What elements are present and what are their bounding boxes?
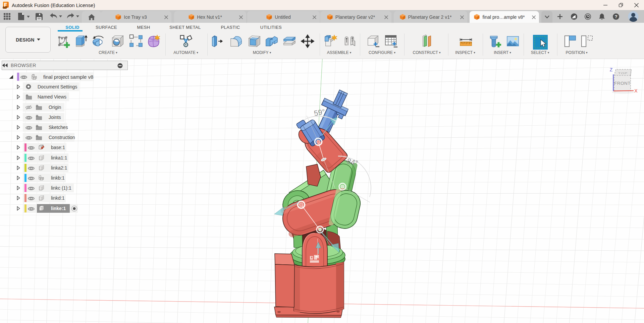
tab-close-button[interactable] — [164, 15, 169, 19]
model-wrist-bracket[interactable] — [306, 164, 321, 186]
document-tab-3[interactable]: Untitled — [247, 11, 320, 23]
notifications-button[interactable] — [598, 10, 606, 23]
tab-close-icon[interactable] — [460, 15, 464, 19]
canvas-button[interactable] — [505, 34, 520, 49]
fillet-button[interactable] — [229, 34, 244, 49]
ribbon-tab-sheet-metal[interactable]: SHEET METAL — [169, 25, 201, 30]
extrude-button[interactable] — [74, 34, 89, 49]
revert-position-button[interactable] — [580, 34, 594, 49]
create-form-button[interactable] — [146, 34, 161, 49]
collapsed-arrow-icon[interactable] — [17, 166, 20, 170]
collapsed-arrow-icon[interactable] — [17, 105, 20, 110]
measure-button[interactable] — [459, 34, 473, 49]
help-button[interactable]: ? — [612, 10, 620, 23]
close-window-button[interactable] — [629, 0, 644, 10]
press-pull-button[interactable] — [210, 34, 225, 49]
ribbon-tab-surface[interactable]: SURFACE — [96, 25, 117, 30]
pattern-button[interactable] — [129, 34, 144, 49]
ribbon-group-label-automate[interactable]: AUTOMATE ▾ — [173, 50, 198, 55]
ribbon-group-label-position[interactable]: POSITION ▾ — [566, 50, 587, 55]
ribbon-group-label-select[interactable]: SELECT ▾ — [531, 50, 549, 55]
ribbon-group-label-insert[interactable]: INSERT ▾ — [494, 50, 511, 55]
browser-row-sketches[interactable]: Sketches — [0, 123, 134, 132]
automate-button[interactable] — [178, 34, 193, 49]
select-button[interactable] — [532, 34, 549, 51]
configuration-table-button[interactable] — [384, 34, 398, 49]
user-avatar[interactable] — [628, 10, 639, 23]
radio-selected-icon[interactable] — [71, 205, 77, 213]
ribbon-tab-mesh[interactable]: MESH — [137, 25, 150, 30]
ribbon-group-label-construct[interactable]: CONSTRUCT ▾ — [413, 50, 441, 55]
browser-row-linkb-1[interactable]: linkb:1 — [0, 173, 134, 183]
browser-row-document-settings[interactable]: Document Settings — [0, 82, 134, 91]
tab-close-button[interactable] — [312, 15, 317, 19]
ribbon-tab-plastic[interactable]: PLASTIC — [221, 25, 240, 30]
eye-icon[interactable] — [25, 135, 32, 141]
view-cube[interactable]: TOP FRONT Z X — [600, 66, 644, 106]
eye-off-icon[interactable] — [25, 105, 32, 111]
tab-close-button[interactable] — [460, 15, 465, 19]
document-tab-4[interactable]: Planetary Gear v2* — [320, 11, 391, 23]
joint-button[interactable] — [342, 34, 357, 49]
shell-button[interactable] — [247, 34, 262, 49]
restore-button[interactable] — [613, 0, 629, 10]
browser-row-origin[interactable]: Origin — [0, 103, 134, 112]
eye-icon[interactable] — [28, 196, 35, 202]
configuration-button[interactable] — [366, 34, 380, 49]
new-tab-button[interactable] — [554, 10, 566, 23]
collapsed-arrow-icon[interactable] — [17, 196, 20, 200]
collapsed-arrow-icon[interactable] — [17, 176, 20, 180]
browser-row-base-1[interactable]: base:1 — [0, 143, 134, 152]
collapsed-arrow-icon[interactable] — [17, 145, 20, 150]
collapsed-arrow-icon[interactable] — [17, 84, 20, 89]
create-sketch-button[interactable] — [56, 34, 71, 49]
redo-button[interactable] — [66, 10, 80, 23]
browser-header[interactable]: BROWSER — [2, 61, 128, 70]
eye-icon[interactable] — [28, 156, 35, 162]
tab-close-icon[interactable] — [164, 15, 168, 19]
eye-icon[interactable] — [28, 145, 35, 151]
ribbon-group-label-assemble[interactable]: ASSEMBLE ▾ — [327, 50, 352, 55]
browser-row-joints[interactable]: Joints — [0, 113, 134, 122]
minimize-button[interactable] — [598, 0, 613, 10]
construct-plane-button[interactable] — [419, 34, 434, 49]
document-tab-6[interactable]: final pro…ample v8* — [470, 11, 539, 23]
app-grid-button[interactable] — [2, 10, 12, 23]
ribbon-tab-solid[interactable]: SOLID — [65, 25, 79, 30]
eye-icon[interactable] — [28, 176, 35, 182]
document-tab-2[interactable]: Hex Nut v1* — [174, 11, 246, 23]
split-body-button[interactable] — [282, 34, 297, 49]
home-tab-button[interactable] — [82, 11, 101, 23]
ribbon-group-label-configure[interactable]: CONFIGURE ▾ — [369, 50, 395, 55]
eye-icon[interactable] — [28, 206, 35, 212]
expanded-arrow-icon[interactable] — [9, 75, 13, 79]
collapsed-arrow-icon[interactable] — [17, 206, 20, 211]
ribbon-group-label-create[interactable]: CREATE ▾ — [99, 50, 117, 55]
capture-position-button[interactable] — [563, 34, 578, 49]
eye-icon[interactable] — [25, 115, 32, 121]
browser-row-linka1-1[interactable]: linka1:1 — [0, 153, 134, 163]
eye-icon[interactable] — [25, 125, 32, 131]
collapsed-arrow-icon[interactable] — [17, 135, 20, 140]
hole-button[interactable] — [110, 34, 125, 49]
extensions-button[interactable] — [570, 10, 578, 23]
viewcube-front-label[interactable]: FRONT — [614, 81, 631, 86]
tab-close-icon[interactable] — [384, 15, 388, 19]
undo-button[interactable] — [49, 10, 63, 23]
tab-close-icon[interactable] — [532, 15, 536, 19]
browser-row-linkd-1[interactable]: linkd:1 — [0, 193, 134, 203]
ribbon-tab-utilities[interactable]: UTILITIES — [260, 25, 282, 30]
collapsed-arrow-icon[interactable] — [17, 186, 20, 190]
browser-row-named-views[interactable]: Named Views — [0, 92, 134, 102]
browser-row-linka2-1[interactable]: linka2:1 — [0, 163, 134, 173]
document-tab-1[interactable]: Ice Tray v3 — [101, 11, 171, 23]
collapsed-arrow-icon[interactable] — [17, 115, 20, 120]
tab-close-button[interactable] — [532, 15, 536, 19]
tab-close-icon[interactable] — [239, 15, 243, 19]
collapsed-arrow-icon[interactable] — [17, 155, 20, 160]
collapsed-arrow-icon[interactable] — [17, 94, 20, 99]
browser-row-linkc-1-1[interactable]: linkc (1):1 — [0, 183, 134, 193]
viewcube-top-label[interactable]: TOP — [618, 72, 628, 74]
move-copy-button[interactable] — [300, 34, 315, 49]
eye-icon[interactable] — [20, 75, 27, 81]
